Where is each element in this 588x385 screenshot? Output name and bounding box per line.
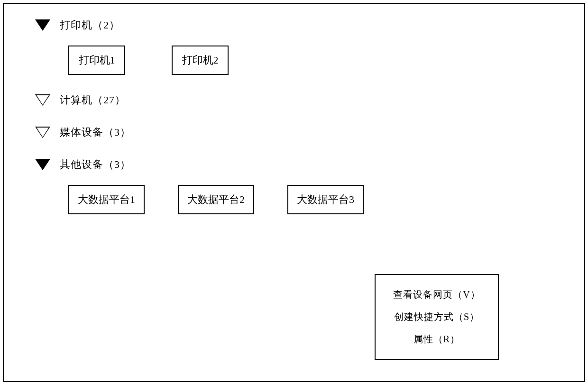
device-bigdata-3[interactable]: 大数据平台3 <box>287 185 364 214</box>
device-panel: 打印机（2） 打印机1 打印机2 计算机（27） 媒体设备（3） 其他设备（3）… <box>3 3 585 382</box>
device-bigdata-2[interactable]: 大数据平台2 <box>178 185 254 214</box>
category-label: 打印机（2） <box>60 18 120 32</box>
category-other: 其他设备（3） 大数据平台1 大数据平台2 大数据平台3 <box>28 157 560 214</box>
device-printer-1[interactable]: 打印机1 <box>68 46 125 75</box>
category-label: 媒体设备（3） <box>60 125 131 139</box>
category-header-other[interactable]: 其他设备（3） <box>28 157 560 172</box>
menu-view-device-page[interactable]: 查看设备网页（V） <box>381 284 492 306</box>
items-row-printers: 打印机1 打印机2 <box>68 46 560 75</box>
menu-create-shortcut[interactable]: 创建快捷方式（S） <box>381 306 492 328</box>
category-header-computers[interactable]: 计算机（27） <box>28 93 560 107</box>
category-header-media[interactable]: 媒体设备（3） <box>28 125 560 139</box>
category-printers: 打印机（2） 打印机1 打印机2 <box>28 18 560 75</box>
items-row-other: 大数据平台1 大数据平台2 大数据平台3 <box>68 185 560 214</box>
category-header-printers[interactable]: 打印机（2） <box>28 18 560 32</box>
expand-icon <box>35 19 50 31</box>
collapse-icon <box>35 94 50 106</box>
category-label: 其他设备（3） <box>60 157 131 172</box>
category-media: 媒体设备（3） <box>28 125 560 139</box>
context-menu: 查看设备网页（V） 创建快捷方式（S） 属性（R） <box>375 274 499 360</box>
device-printer-2[interactable]: 打印机2 <box>172 46 229 75</box>
category-computers: 计算机（27） <box>28 93 560 107</box>
collapse-icon <box>35 127 50 138</box>
category-label: 计算机（27） <box>60 93 126 107</box>
device-bigdata-1[interactable]: 大数据平台1 <box>68 185 145 214</box>
expand-icon <box>35 159 50 170</box>
menu-properties[interactable]: 属性（R） <box>381 328 492 350</box>
